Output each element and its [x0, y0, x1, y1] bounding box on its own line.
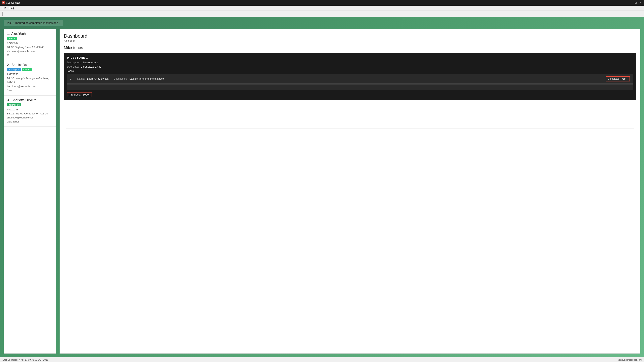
empty-row-2: [66, 110, 634, 114]
tag-friends-2: friends: [22, 68, 32, 71]
due-date-label: Due Date:: [67, 65, 79, 68]
contact-email-1: alexyeoh@example.com: [7, 49, 52, 53]
progress-value: 100%: [83, 93, 89, 96]
contact-language-1: C: [7, 53, 52, 57]
contact-name-1: 1. Alex Yeoh: [7, 32, 52, 35]
contact-info-1: 87438807 Blk 30 Geylang Street 29, #06-4…: [7, 41, 52, 57]
last-updated: Last Updated: Fri Apr 13 00:38:53 SGT 20…: [2, 359, 48, 361]
contact-email-3: charlotte@example.com: [7, 116, 52, 120]
minimize-button[interactable]: —: [629, 1, 633, 4]
contact-item-3[interactable]: 3. Charlotte Oliveiro neighbours 9321028…: [4, 95, 56, 127]
task-completed-value: Yes: [621, 77, 626, 80]
notification-banner: Task 1 marked as completed in milestone …: [4, 20, 640, 26]
contact-address-2: Blk 30 Lorong 3 Serangoon Gardens, #07-1…: [7, 76, 52, 84]
empty-row-4: [66, 119, 634, 124]
milestone-block: MILESTONE 1 Description: Learn Arrays Du…: [64, 53, 636, 100]
contact-item-2[interactable]: 2. Bernice Yu colleagues friends 9927275…: [4, 60, 56, 95]
task-name-value: Learn Array Syntax: [87, 77, 111, 80]
maximize-button[interactable]: ☐: [634, 1, 638, 4]
contact-address-3: Blk 11 Ang Mo Kio Street 74, #11-04: [7, 112, 52, 116]
menu-bar: File Help: [0, 6, 644, 10]
milestones-title: Milestones: [64, 45, 636, 50]
contact-info-2: 99272758 Blk 30 Lorong 3 Serangoon Garde…: [7, 72, 52, 92]
contact-tags-2: colleagues friends: [7, 68, 52, 71]
task-completed-label: Completed:: [608, 77, 620, 80]
contact-phone-1: 87438807: [7, 41, 52, 45]
close-button[interactable]: ✕: [638, 1, 642, 4]
contact-item-1[interactable]: 1. Alex Yeoh friends 87438807 Blk 30 Gey…: [4, 29, 56, 60]
task-row-empty: [67, 84, 633, 90]
tasks-label: Tasks:: [67, 69, 633, 72]
title-bar-left: CE Codeducator: [2, 1, 20, 4]
menu-help[interactable]: Help: [8, 6, 16, 10]
second-milestone-area: [64, 103, 636, 131]
dashboard-panel: Dashboard Alex Yeoh Milestones MILESTONE…: [60, 29, 640, 354]
contact-language-2: Java: [7, 88, 52, 92]
task-number: 1): [70, 77, 75, 80]
empty-row-5: [66, 124, 634, 129]
task-desc-value: Student to refer to the textbook: [130, 77, 603, 80]
dashboard-subtitle: Alex Yeoh: [64, 39, 636, 42]
tag-friends-1: friends: [7, 37, 17, 40]
task-name-label: Name:: [77, 77, 85, 80]
progress-box: Progress: 100%: [67, 92, 92, 97]
title-bar-controls[interactable]: — ☐ ✕: [629, 1, 642, 4]
app-title: Codeducator: [6, 1, 20, 4]
contacts-panel: 1. Alex Yeoh friends 87438807 Blk 30 Gey…: [4, 29, 56, 354]
file-path: ./data/addressbook.xml: [618, 359, 642, 361]
contact-tags-3: neighbours: [7, 103, 52, 106]
contact-phone-3: 93210283: [7, 108, 52, 112]
description-value: Learn Arrays: [83, 61, 98, 64]
description-label: Description:: [67, 61, 81, 64]
milestone-header: MILESTONE 1: [67, 56, 633, 59]
tag-neighbours-3: neighbours: [7, 103, 21, 106]
due-date-value: 23/05/2018 23:59: [81, 65, 101, 68]
task-row-1: 1) Name: Learn Array Syntax Description:…: [67, 74, 633, 84]
toolbar: [0, 10, 644, 17]
menu-file[interactable]: File: [1, 6, 8, 10]
contact-email-2: berniceyu@example.com: [7, 84, 52, 88]
contact-info-3: 93210283 Blk 11 Ang Mo Kio Street 74, #1…: [7, 108, 52, 124]
status-bar: Last Updated: Fri Apr 13 00:38:53 SGT 20…: [0, 357, 644, 362]
dashboard-title: Dashboard: [64, 33, 636, 39]
contact-name-3: 3. Charlotte Oliveiro: [7, 98, 52, 102]
contact-phone-2: 99272758: [7, 72, 52, 76]
tag-colleagues-2: colleagues: [7, 68, 21, 71]
task-desc-label: Description:: [114, 77, 127, 80]
main-content: 1. Alex Yeoh friends 87438807 Blk 30 Gey…: [0, 29, 644, 357]
empty-row-1: [66, 105, 634, 109]
contact-tags-1: friends: [7, 37, 52, 40]
empty-row-3: [66, 115, 634, 119]
milestone-description: Description: Learn Arrays: [67, 61, 633, 64]
contact-name-2: 2. Bernice Yu: [7, 63, 52, 67]
notification-text: Task 1 marked as completed in milestone …: [4, 20, 63, 26]
title-bar: CE Codeducator — ☐ ✕: [0, 0, 644, 6]
progress-row: Progress: 100%: [67, 92, 633, 97]
contact-language-3: JavaScript: [7, 120, 52, 124]
milestone-due-date: Due Date: 23/05/2018 23:59: [67, 65, 633, 68]
progress-label: Progress:: [70, 93, 81, 96]
contact-address-1: Blk 30 Geylang Street 29, #06-40: [7, 45, 52, 49]
app-icon: CE: [2, 1, 5, 4]
task-completed-box: Completed: Yes: [606, 76, 630, 81]
